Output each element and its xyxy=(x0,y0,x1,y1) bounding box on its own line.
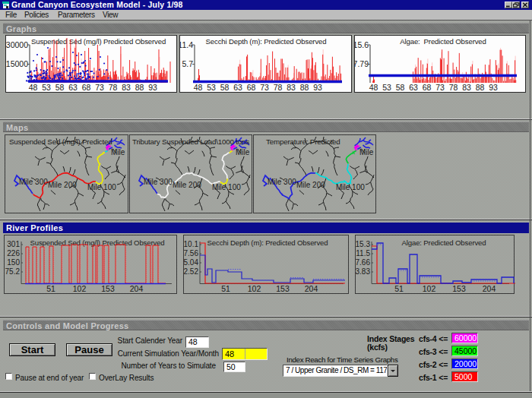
svg-text:68: 68 xyxy=(423,83,432,92)
svg-text:102: 102 xyxy=(73,284,87,293)
svg-text:Mile 300: Mile 300 xyxy=(144,178,173,186)
svg-text:Mile 300: Mile 300 xyxy=(268,178,296,186)
svg-text:301: 301 xyxy=(7,240,20,248)
svg-text:63: 63 xyxy=(409,83,418,92)
svg-text:83: 83 xyxy=(287,83,296,92)
svg-text:88: 88 xyxy=(135,83,144,92)
svg-text:51: 51 xyxy=(394,284,404,293)
svg-text:73: 73 xyxy=(260,83,269,92)
svg-text:63: 63 xyxy=(233,83,242,92)
svg-text:Mile 300: Mile 300 xyxy=(19,178,48,186)
svg-text:Mile: Mile xyxy=(111,148,125,156)
svg-text:15000: 15000 xyxy=(6,59,28,68)
svg-text:78: 78 xyxy=(449,83,458,92)
svg-text:Mile 100: Mile 100 xyxy=(87,183,116,191)
svg-text:7.66: 7.66 xyxy=(356,258,370,267)
svg-text:93: 93 xyxy=(313,83,322,92)
svg-text:150: 150 xyxy=(7,258,20,267)
svg-text:Temperature: Predicted: Temperature: Predicted xyxy=(266,137,340,146)
svg-text:88: 88 xyxy=(300,83,309,92)
svg-text:83: 83 xyxy=(122,83,131,92)
svg-text:58: 58 xyxy=(220,83,230,92)
svg-text:Mile 200: Mile 200 xyxy=(173,181,201,189)
svg-text:2.52: 2.52 xyxy=(184,267,198,276)
svg-text:Mile: Mile xyxy=(359,148,374,156)
svg-text:58: 58 xyxy=(55,83,65,92)
svg-text:Mile 200: Mile 200 xyxy=(296,181,325,189)
svg-text:51: 51 xyxy=(46,284,55,293)
svg-text:63: 63 xyxy=(68,83,78,92)
svg-text:7.79: 7.79 xyxy=(355,59,369,68)
svg-text:58: 58 xyxy=(396,83,405,92)
svg-text:68: 68 xyxy=(247,83,256,92)
svg-text:Mile 200: Mile 200 xyxy=(48,181,77,189)
svg-text:204: 204 xyxy=(130,284,144,293)
svg-text:7.56: 7.56 xyxy=(184,249,198,257)
svg-text:Secchi Depth (m): Predicted Ob: Secchi Depth (m): Predicted Observed xyxy=(207,238,328,247)
svg-text:Secchi Depth (m): Predicted Ob: Secchi Depth (m): Predicted Observed xyxy=(206,37,327,46)
svg-text:153: 153 xyxy=(276,284,290,293)
svg-text:73: 73 xyxy=(95,83,104,92)
svg-text:102: 102 xyxy=(248,284,261,293)
svg-text:53: 53 xyxy=(207,83,216,92)
svg-text:93: 93 xyxy=(148,83,157,92)
svg-text:15.6: 15.6 xyxy=(355,40,369,49)
svg-text:Mile: Mile xyxy=(236,148,250,156)
svg-text:68: 68 xyxy=(82,83,91,92)
svg-text:Suspended Sed (mg/l) Predicted: Suspended Sed (mg/l) Predicted Observed xyxy=(31,37,166,46)
svg-text:78: 78 xyxy=(109,83,118,92)
svg-text:30000: 30000 xyxy=(6,40,28,49)
svg-text:Mile 100: Mile 100 xyxy=(212,183,241,191)
svg-text:83: 83 xyxy=(462,83,471,92)
svg-text:51: 51 xyxy=(221,284,230,293)
svg-text:75.2: 75.2 xyxy=(5,267,21,276)
svg-text:48: 48 xyxy=(194,83,203,92)
svg-text:153: 153 xyxy=(452,284,466,293)
svg-text:153: 153 xyxy=(101,284,115,293)
svg-text:48: 48 xyxy=(369,83,378,92)
svg-text:15.3: 15.3 xyxy=(356,240,370,248)
svg-text:Mile 100: Mile 100 xyxy=(336,183,365,191)
svg-text:102: 102 xyxy=(423,284,436,293)
svg-text:204: 204 xyxy=(305,284,318,293)
svg-text:10.1: 10.1 xyxy=(184,240,198,248)
svg-text:Algae: Predicted Observed: Algae: Predicted Observed xyxy=(402,238,486,247)
svg-text:53: 53 xyxy=(382,83,391,92)
svg-text:78: 78 xyxy=(274,83,283,92)
svg-text:11.5: 11.5 xyxy=(356,249,370,257)
svg-text:73: 73 xyxy=(435,83,445,92)
svg-text:204: 204 xyxy=(483,284,496,293)
svg-text:11.4: 11.4 xyxy=(180,40,193,49)
svg-text:3.83: 3.83 xyxy=(356,267,370,276)
svg-text:Algae: Predicted Observed: Algae: Predicted Observed xyxy=(400,37,486,46)
svg-text:53: 53 xyxy=(42,83,51,92)
svg-text:5.04: 5.04 xyxy=(184,258,198,267)
svg-text:93: 93 xyxy=(489,83,498,92)
svg-text:Tributary Suspended Load\1000: Tributary Suspended Load\1000 tons xyxy=(132,137,249,146)
svg-text:Suspended Sed (mg/l) Predicted: Suspended Sed (mg/l) Predicted xyxy=(9,137,112,146)
svg-text:5.7: 5.7 xyxy=(182,59,193,68)
svg-text:48: 48 xyxy=(29,83,38,92)
svg-text:226: 226 xyxy=(7,249,20,257)
svg-text:88: 88 xyxy=(476,83,485,92)
